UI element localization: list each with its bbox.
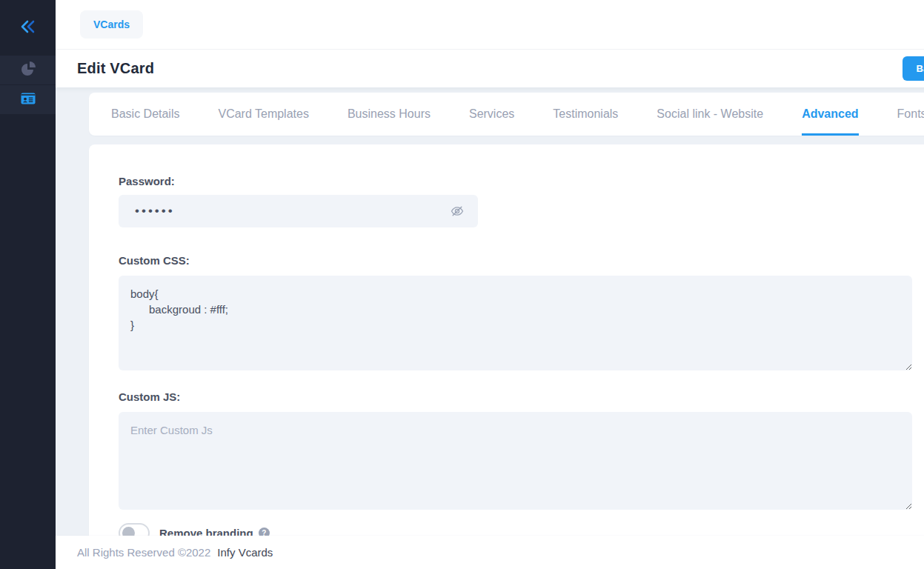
sidebar-item-dashboard[interactable] [0, 56, 56, 84]
sidebar [0, 0, 56, 569]
content-area: Basic Details VCard Templates Business H… [56, 87, 924, 569]
page-header: Edit VCard Back [56, 50, 924, 87]
sidebar-item-vcards[interactable] [0, 85, 56, 114]
page-title: Edit VCard [77, 60, 154, 77]
pie-chart-icon [19, 60, 37, 81]
app-window: VCards [0, 0, 924, 569]
tab-business-hours[interactable]: Business Hours [348, 93, 431, 136]
tab-services[interactable]: Services [469, 93, 514, 136]
custom-css-label: Custom CSS: [119, 254, 912, 267]
double-chevron-left-icon [17, 16, 39, 41]
advanced-form-card: Password: Custom CSS: bod [89, 144, 924, 559]
sidebar-collapse-button[interactable] [0, 0, 56, 56]
tab-advanced[interactable]: Advanced [802, 93, 858, 136]
password-label: Password: [119, 175, 912, 187]
custom-js-textarea[interactable] [119, 412, 912, 510]
tab-testimonials[interactable]: Testimonials [553, 93, 618, 136]
id-card-icon [19, 90, 37, 110]
custom-js-label: Custom JS: [119, 390, 912, 403]
topbar: VCards [56, 0, 924, 50]
main-area: VCards [56, 0, 924, 569]
breadcrumb[interactable]: VCards [80, 10, 143, 39]
footer: All Rights Reserved ©2022 Infy Vcards [56, 536, 924, 569]
footer-brand-text: Infy Vcards [217, 546, 273, 559]
toggle-password-visibility-button[interactable] [448, 202, 466, 220]
password-input[interactable] [119, 195, 478, 227]
tab-vcard-templates[interactable]: VCard Templates [218, 93, 308, 136]
tab-fonts[interactable]: Fonts [897, 93, 924, 136]
back-button[interactable]: Back [903, 56, 924, 81]
password-field-wrap [119, 195, 478, 227]
eye-off-icon [450, 210, 465, 221]
tab-bar: Basic Details VCard Templates Business H… [89, 93, 924, 136]
tab-basic-details[interactable]: Basic Details [111, 93, 179, 136]
footer-rights-text: All Rights Reserved ©2022 [77, 546, 210, 559]
tab-social-link-website[interactable]: Social link - Website [657, 93, 763, 136]
custom-css-textarea[interactable]: body{ backgroud : #fff; } [119, 276, 912, 370]
